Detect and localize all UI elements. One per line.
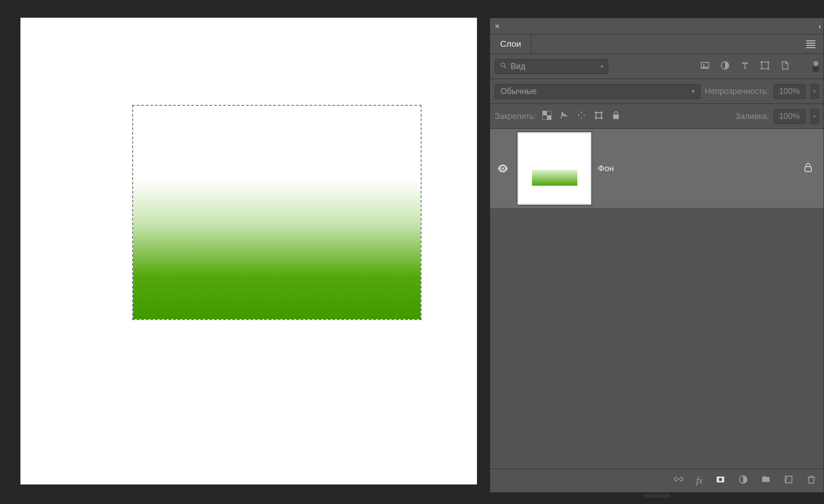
lock-icons [542, 111, 620, 122]
opacity-chevron-icon[interactable]: ▾ [810, 84, 819, 99]
filter-shape-icon[interactable] [760, 60, 770, 73]
link-layers-icon[interactable] [674, 474, 684, 487]
layer-filter-icons [700, 60, 819, 73]
layer-lock-icon[interactable] [804, 163, 813, 175]
panel-tabs: Слои [490, 35, 824, 54]
fill-value[interactable]: 100% [774, 109, 805, 124]
layer-effects-icon[interactable]: fx [696, 475, 703, 486]
fill-label: Заливка: [735, 112, 769, 121]
tab-layers[interactable]: Слои [490, 35, 531, 54]
svg-line-1 [504, 66, 506, 68]
svg-rect-12 [547, 115, 551, 120]
layer-kind-select[interactable]: Вид ▾ [495, 59, 608, 74]
opacity-value[interactable]: 100% [774, 84, 805, 99]
layer-name[interactable]: Фон [598, 163, 614, 173]
panel-footer: fx [490, 469, 824, 492]
selection-marquee [132, 105, 422, 320]
svg-rect-6 [761, 61, 763, 63]
group-layers-icon[interactable] [761, 474, 771, 487]
blend-mode-value: Обычные [501, 87, 537, 96]
panel-resize-grip[interactable] [490, 493, 824, 499]
lock-transparency-icon[interactable] [542, 111, 551, 122]
opacity-label: Непрозрачность: [705, 87, 769, 96]
filter-smartobject-icon[interactable] [780, 60, 790, 73]
svg-point-15 [501, 167, 504, 169]
adjustment-layer-icon[interactable] [738, 474, 748, 487]
svg-rect-13 [596, 113, 601, 118]
blend-opacity-row: Обычные ▾ Непрозрачность: 100% ▾ [490, 79, 824, 104]
filter-toggle[interactable] [813, 60, 819, 72]
canvas[interactable] [20, 18, 477, 484]
lock-position-icon[interactable] [577, 111, 586, 122]
chevron-down-icon: ▾ [601, 63, 603, 69]
thumbnail-preview [532, 170, 577, 186]
svg-rect-11 [542, 111, 547, 115]
svg-rect-5 [762, 62, 769, 69]
lock-artboard-icon[interactable] [594, 111, 603, 122]
lock-fill-row: Закрепить: Заливка: 100% ▾ [490, 104, 824, 129]
canvas-gradient-fill [133, 106, 421, 319]
layer-filter-row: Вид ▾ [490, 54, 824, 79]
layers-panel: × ‹‹ Слои Вид ▾ Обычные ▾ [490, 18, 824, 493]
filter-adjustment-icon[interactable] [720, 60, 730, 73]
layer-list: Фон [490, 129, 824, 469]
layer-thumbnail[interactable] [517, 132, 591, 205]
svg-point-18 [719, 478, 722, 481]
new-layer-icon[interactable] [784, 474, 794, 487]
svg-point-3 [703, 64, 705, 66]
lock-all-icon[interactable] [611, 111, 620, 122]
filter-type-icon[interactable] [740, 60, 750, 73]
layer-mask-icon[interactable] [715, 474, 725, 487]
fill-chevron-icon[interactable]: ▾ [810, 109, 819, 124]
svg-rect-16 [805, 167, 811, 172]
layer-visibility-toggle[interactable] [495, 164, 511, 173]
svg-rect-7 [768, 61, 769, 63]
lock-image-icon[interactable] [560, 111, 569, 122]
layer-row[interactable]: Фон [490, 129, 824, 208]
svg-rect-9 [768, 68, 769, 69]
lock-label: Закрепить: [495, 112, 536, 121]
svg-rect-14 [613, 114, 619, 119]
svg-point-0 [501, 63, 505, 66]
filter-pixel-icon[interactable] [700, 60, 710, 73]
panel-header: × ‹‹ [490, 18, 824, 35]
blend-mode-select[interactable]: Обычные ▾ [495, 84, 700, 99]
svg-rect-8 [761, 68, 763, 69]
chevron-down-icon: ▾ [692, 88, 695, 94]
search-icon [500, 62, 507, 71]
delete-layer-icon[interactable] [806, 474, 816, 487]
panel-menu-button[interactable] [798, 35, 824, 54]
close-icon[interactable]: × [495, 21, 500, 31]
layer-kind-label: Вид [511, 62, 526, 71]
menu-icon [806, 39, 815, 49]
